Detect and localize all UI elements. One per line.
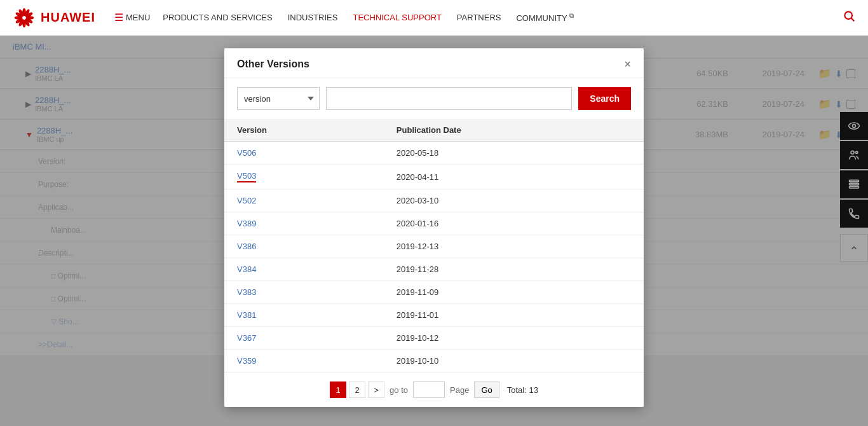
total-label: Total: 13 — [507, 385, 538, 395]
svg-line-13 — [851, 18, 855, 22]
go-button[interactable]: Go — [474, 381, 499, 398]
other-versions-modal: Other Versions × version date Search Ver… — [224, 48, 644, 407]
table-row: V5062020-05-18 — [224, 142, 644, 165]
version-cell: V502 — [224, 189, 384, 212]
version-link[interactable]: V503 — [237, 171, 256, 181]
table-row: V5022020-03-10 — [224, 189, 644, 212]
version-cell: V386 — [224, 235, 384, 258]
goto-label: go to — [390, 385, 408, 395]
version-link[interactable]: V384 — [237, 265, 256, 274]
external-link-icon: ⧉ — [569, 11, 574, 18]
version-link[interactable]: V359 — [237, 356, 256, 366]
version-cell: V503 — [224, 165, 384, 189]
version-link[interactable]: V502 — [237, 196, 256, 205]
page-background: iBMC MI... ▶ 2288H_... IBMC LA 64.50KB 2… — [0, 36, 868, 426]
pagination: 1 2 > go to Page Go Total: 13 — [224, 373, 644, 407]
table-row: V3672019-10-12 — [224, 327, 644, 350]
menu-button[interactable]: ☰ MENU — [114, 11, 150, 24]
modal-close-button[interactable]: × — [624, 58, 631, 70]
date-cell: 2020-01-16 — [384, 212, 644, 235]
huawei-logo-icon — [13, 6, 36, 29]
version-link[interactable]: V389 — [237, 219, 256, 228]
hamburger-icon: ☰ — [114, 11, 123, 24]
logo[interactable]: HUAWEI — [13, 6, 95, 29]
version-cell: V359 — [224, 350, 384, 373]
table-row: V3862019-12-13 — [224, 235, 644, 258]
table-row: V3892020-01-16 — [224, 212, 644, 235]
nav-links: PRODUCTS AND SERVICES INDUSTRIES TECHNIC… — [163, 11, 574, 23]
table-row: V3812019-11-01 — [224, 304, 644, 327]
svg-point-12 — [844, 11, 852, 19]
date-cell: 2019-11-01 — [384, 304, 644, 327]
table-row: V3832019-11-09 — [224, 281, 644, 304]
col-version-header: Version — [224, 119, 384, 142]
brand-name: HUAWEI — [41, 10, 95, 25]
version-link[interactable]: V386 — [237, 242, 256, 251]
version-cell: V383 — [224, 281, 384, 304]
date-cell: 2020-03-10 — [384, 189, 644, 212]
nav-item-industries[interactable]: INDUSTRIES — [288, 11, 338, 23]
version-cell: V381 — [224, 304, 384, 327]
modal-header: Other Versions × — [224, 48, 644, 78]
date-cell: 2020-05-18 — [384, 142, 644, 165]
modal-search-bar: version date Search — [224, 78, 644, 119]
modal-overlay: Other Versions × version date Search Ver… — [0, 36, 868, 426]
versions-table: Version Publication Date V5062020-05-18V… — [224, 119, 644, 373]
version-select[interactable]: version date — [237, 87, 320, 110]
search-input[interactable] — [326, 87, 572, 110]
page-label: Page — [450, 385, 469, 395]
table-row: V3592019-10-10 — [224, 350, 644, 373]
version-link[interactable]: V367 — [237, 333, 256, 343]
date-cell: 2019-10-12 — [384, 327, 644, 350]
search-icon[interactable] — [843, 10, 855, 25]
date-cell: 2019-11-09 — [384, 281, 644, 304]
version-link[interactable]: V383 — [237, 287, 256, 297]
search-button[interactable]: Search — [578, 87, 631, 110]
version-cell: V389 — [224, 212, 384, 235]
version-cell: V506 — [224, 142, 384, 165]
modal-title: Other Versions — [237, 58, 309, 70]
nav-item-partners[interactable]: PARTNERS — [457, 11, 501, 23]
menu-label: MENU — [126, 13, 150, 22]
col-date-header: Publication Date — [384, 119, 644, 142]
version-cell: V384 — [224, 258, 384, 281]
page-1-button[interactable]: 1 — [330, 381, 346, 398]
navbar: HUAWEI ☰ MENU PRODUCTS AND SERVICES INDU… — [0, 0, 868, 36]
date-cell: 2019-11-28 — [384, 258, 644, 281]
table-row: V3842019-11-28 — [224, 258, 644, 281]
nav-item-products[interactable]: PRODUCTS AND SERVICES — [163, 11, 272, 23]
date-cell: 2019-10-10 — [384, 350, 644, 373]
goto-input[interactable] — [413, 381, 445, 398]
nav-item-technical-support[interactable]: TECHNICAL SUPPORT — [353, 11, 441, 23]
version-link[interactable]: V381 — [237, 310, 256, 320]
version-link[interactable]: V506 — [237, 148, 256, 158]
date-cell: 2019-12-13 — [384, 235, 644, 258]
nav-item-community[interactable]: COMMUNITY ⧉ — [516, 11, 574, 23]
date-cell: 2020-04-11 — [384, 165, 644, 189]
table-row: V5032020-04-11 — [224, 165, 644, 189]
page-2-button[interactable]: 2 — [349, 381, 365, 398]
table-header-row: Version Publication Date — [224, 119, 644, 142]
next-page-button[interactable]: > — [368, 381, 384, 398]
version-cell: V367 — [224, 327, 384, 350]
